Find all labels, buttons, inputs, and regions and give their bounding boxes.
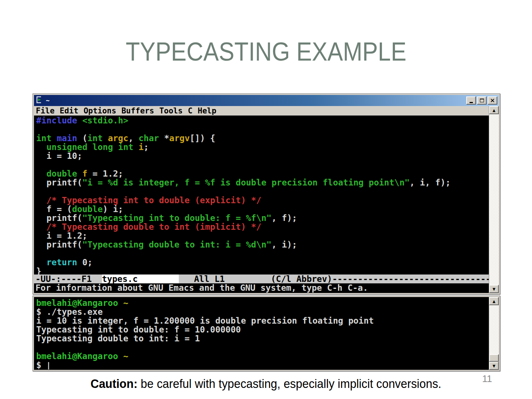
code-line: [36, 125, 489, 134]
caption-label: Caution:: [91, 377, 137, 391]
code-line: [36, 187, 489, 196]
buffer-name: types.c: [102, 274, 179, 283]
caption-text: be careful with typecasting, especially …: [137, 377, 441, 391]
page-title-text: TYPECASTING EXAMPLE: [126, 37, 406, 66]
arrow-up-icon: ▲: [492, 299, 495, 303]
emacs-window: ~ × FileEditOptionsBuffersToolsCHelp #in…: [33, 93, 500, 294]
minimize-button[interactable]: [466, 96, 476, 105]
page-title: TYPECASTING EXAMPLE: [0, 37, 532, 66]
code-line: }: [36, 267, 489, 274]
titlebar[interactable]: ~ ×: [34, 95, 499, 106]
modeline-status: -UU-:----F1: [35, 274, 102, 283]
window-title: ~: [46, 97, 50, 104]
menubar: FileEditOptionsBuffersToolsCHelp: [34, 106, 489, 116]
window-controls: ×: [466, 96, 497, 105]
terminal-line: [36, 343, 489, 352]
terminal-scrollbar[interactable]: ▲ ▼: [489, 297, 499, 370]
code-line: printf("Typecasting double to int: i = %…: [36, 240, 489, 249]
page-number: 11: [482, 373, 492, 385]
modeline-dashes: ----------------------------------------…: [332, 274, 489, 283]
menu-item-help[interactable]: Help: [198, 106, 216, 115]
close-icon: ×: [490, 98, 495, 103]
maximize-icon: [480, 99, 484, 102]
arrow-down-icon: ▼: [492, 287, 495, 291]
scrollbar-up-button[interactable]: ▲: [489, 106, 499, 114]
terminal-line: bmelahi@Kangaroo ~: [36, 299, 489, 307]
caption: Caution: be careful with typecasting, es…: [0, 377, 532, 391]
emacs-main: FileEditOptionsBuffersToolsCHelp #includ…: [34, 106, 499, 293]
modeline: -UU-:----F1 types.c All L1 (C/l Abbrev)-…: [34, 274, 489, 283]
scrollbar-down-button[interactable]: ▼: [489, 362, 499, 370]
code-line: double f = 1.2;: [36, 169, 489, 178]
scrollbar-down-button[interactable]: ▼: [489, 285, 499, 293]
menu-item-c[interactable]: C: [188, 106, 192, 115]
terminal-content[interactable]: bmelahi@Kangaroo ~$ ./types.exei = 10 is…: [34, 297, 489, 370]
code-line: i = 10;: [36, 151, 489, 160]
code-line: printf("i = %d is integer, f = %f is dou…: [36, 178, 489, 187]
slide: TYPECASTING EXAMPLE ~ × FileEditOptionsB…: [0, 0, 532, 399]
close-button[interactable]: ×: [488, 96, 497, 105]
code-line: int main (int argc, char *argv[]) {: [36, 134, 489, 143]
scrollbar-up-button[interactable]: ▲: [489, 297, 499, 305]
emacs-left-pane: FileEditOptionsBuffersToolsCHelp #includ…: [34, 106, 489, 293]
emacs-icon: [35, 96, 44, 105]
arrow-down-icon: ▼: [492, 364, 495, 368]
menu-item-edit[interactable]: Edit: [60, 106, 79, 115]
terminal-line: Typecasting int to double: f = 10.000000: [36, 325, 489, 334]
terminal-line: i = 10 is integer, f = 1.200000 is doubl…: [36, 316, 489, 325]
maximize-button[interactable]: [477, 96, 487, 105]
menu-item-buffers[interactable]: Buffers: [122, 106, 154, 115]
menu-item-options[interactable]: Options: [83, 106, 116, 115]
terminal-line: Typecasting double to int: i = 1: [36, 334, 489, 343]
terminal-line: $: [36, 361, 489, 369]
code-line: return 0;: [36, 258, 489, 267]
code-line: /* Typecasting int to double (explicit) …: [36, 196, 489, 205]
modeline-position: All L1 (C/l Abbrev): [179, 274, 332, 283]
scrollbar-track[interactable]: [489, 114, 499, 285]
emacs-scrollbar[interactable]: ▲ ▼: [489, 106, 499, 293]
arrow-up-icon: ▲: [492, 108, 495, 112]
code-line: printf("Typecasting int to double: f = %…: [36, 214, 489, 222]
menu-item-tools[interactable]: Tools: [159, 106, 183, 115]
code-area[interactable]: #include <stdio.h>int main (int argc, ch…: [34, 116, 489, 274]
scrollbar-thumb[interactable]: [489, 354, 499, 362]
code-line: [36, 160, 489, 169]
minimize-icon: [470, 102, 473, 103]
code-line: [36, 249, 489, 258]
terminal-window: bmelahi@Kangaroo ~$ ./types.exei = 10 is…: [33, 296, 500, 371]
terminal-cursor: [48, 362, 49, 369]
terminal-line: bmelahi@Kangaroo ~: [36, 352, 489, 361]
code-line: /* Typecasting double to int (implicit) …: [36, 222, 489, 231]
code-line: f = (double) i;: [36, 205, 489, 214]
code-line: i = 1.2;: [36, 231, 489, 240]
menu-item-file[interactable]: File: [36, 106, 55, 115]
scrollbar-track[interactable]: [489, 305, 499, 354]
echo-area: For information about GNU Emacs and the …: [34, 283, 489, 293]
terminal-line: $ ./types.exe: [36, 307, 489, 316]
code-line: #include <stdio.h>: [36, 116, 489, 125]
code-line: unsigned long int i;: [36, 143, 489, 151]
